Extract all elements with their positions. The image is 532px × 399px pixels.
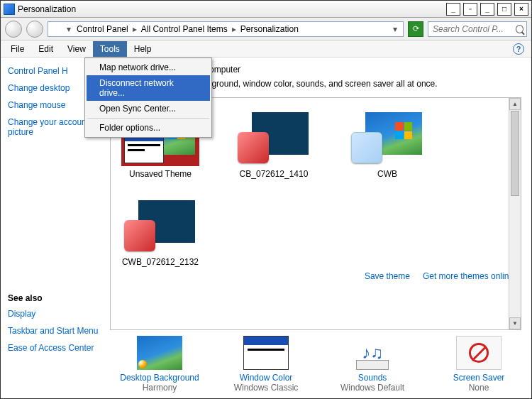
menu-file[interactable]: File [4, 41, 31, 57]
search-input[interactable] [431, 23, 513, 35]
link-save-theme[interactable]: Save theme [365, 271, 410, 281]
desktop-background-icon [137, 336, 182, 370]
breadcrumb-sep-icon: ▸ [131, 24, 138, 34]
window-color-item[interactable]: Window Color Windows Classic [223, 336, 309, 393]
titlebar: Personalization _ ▫ _ □ × [1, 1, 531, 18]
history-dropdown-icon[interactable]: ▾ [390, 24, 400, 34]
desktop-background-value: Harmony [117, 383, 202, 393]
window-minimize-alt-button[interactable]: _ [446, 3, 460, 16]
breadcrumb-sep-icon: ▸ [231, 24, 238, 34]
breadcrumb-1[interactable]: Control Panel [77, 24, 128, 34]
breadcrumb-2[interactable]: All Control Panel Items [141, 24, 228, 34]
menu-bar: File Edit View Tools Help ? Map network … [1, 40, 531, 58]
theme-name: Unsaved Theme [118, 169, 203, 179]
theme-item[interactable]: CWB_072612_2132 [118, 196, 203, 267]
menu-folder-options[interactable]: Folder options... [87, 120, 210, 136]
window-color-label[interactable]: Window Color [223, 373, 309, 383]
window-color-value: Windows Classic [223, 383, 309, 393]
scroll-down-button[interactable]: ▼ [509, 317, 521, 329]
nav-toolbar: ▾ Control Panel ▸ All Control Panel Item… [1, 18, 531, 40]
menu-tools[interactable]: Tools [93, 41, 127, 57]
window-color-icon [243, 336, 289, 370]
see-also-heading: See also [8, 293, 100, 303]
link-ease-of-access[interactable]: Ease of Access Center [8, 343, 100, 353]
desktop-background-item[interactable]: Desktop Background Harmony [117, 336, 202, 393]
menu-separator [87, 118, 209, 119]
menu-edit[interactable]: Edit [31, 41, 60, 57]
window-close-button[interactable]: × [514, 3, 528, 16]
window-maximize-button[interactable]: □ [497, 3, 511, 16]
screen-saver-item[interactable]: Screen Saver None [436, 336, 521, 393]
scroll-up-button[interactable]: ▲ [509, 98, 521, 110]
theme-actions: Save theme Get more themes online [118, 267, 514, 281]
theme-components-row: Desktop Background Harmony Window Color … [110, 330, 521, 393]
content-area: Control Panel H Change desktop Change mo… [1, 58, 531, 398]
link-taskbar-start[interactable]: Taskbar and Start Menu [8, 326, 100, 336]
menu-view[interactable]: View [60, 41, 93, 57]
app-icon [4, 4, 15, 15]
sounds-item[interactable]: ♪♫ Sounds Windows Default [330, 336, 415, 393]
window-restore-alt-button[interactable]: ▫ [463, 3, 477, 16]
search-box[interactable] [428, 21, 527, 37]
screen-saver-icon [456, 336, 501, 370]
sounds-icon: ♪♫ [350, 336, 395, 370]
menu-help[interactable]: Help [127, 41, 159, 57]
chevron-down-icon[interactable]: ▾ [64, 24, 74, 34]
breadcrumb-3[interactable]: Personalization [240, 24, 299, 34]
refresh-button[interactable]: ⟳ [408, 21, 423, 37]
link-display[interactable]: Display [8, 309, 100, 319]
menu-map-network-drive[interactable]: Map network drive... [87, 60, 210, 75]
help-icon[interactable]: ? [513, 43, 524, 55]
search-icon [516, 25, 523, 33]
theme-item[interactable]: CB_072612_1410 [231, 108, 316, 179]
menu-open-sync-center[interactable]: Open Sync Center... [87, 101, 210, 116]
address-bar[interactable]: ▾ Control Panel ▸ All Control Panel Item… [48, 21, 404, 37]
sounds-label[interactable]: Sounds [330, 373, 415, 383]
sounds-value: Windows Default [330, 383, 415, 393]
window-frame: Personalization _ ▫ _ □ × ▾ Control Pane… [0, 0, 532, 399]
theme-item[interactable]: CWB [345, 108, 430, 179]
screen-saver-label[interactable]: Screen Saver [436, 373, 521, 383]
scrollbar[interactable]: ▲ ▼ [509, 98, 521, 329]
menu-disconnect-network-drive[interactable]: Disconnect network drive... [87, 75, 210, 101]
theme-name: CWB [345, 169, 430, 179]
location-icon [51, 24, 61, 34]
screen-saver-value: None [436, 383, 521, 393]
link-get-more-themes[interactable]: Get more themes online [423, 271, 514, 281]
window-minimize-button[interactable]: _ [480, 3, 494, 16]
back-button[interactable] [5, 21, 22, 38]
tools-dropdown: Map network drive... Disconnect network … [84, 58, 212, 138]
scroll-thumb[interactable] [511, 111, 519, 196]
window-title: Personalization [18, 4, 443, 14]
forward-button[interactable] [26, 21, 43, 38]
theme-name: CB_072612_1410 [231, 169, 316, 179]
desktop-background-label[interactable]: Desktop Background [117, 373, 202, 383]
theme-name: CWB_072612_2132 [118, 257, 203, 267]
